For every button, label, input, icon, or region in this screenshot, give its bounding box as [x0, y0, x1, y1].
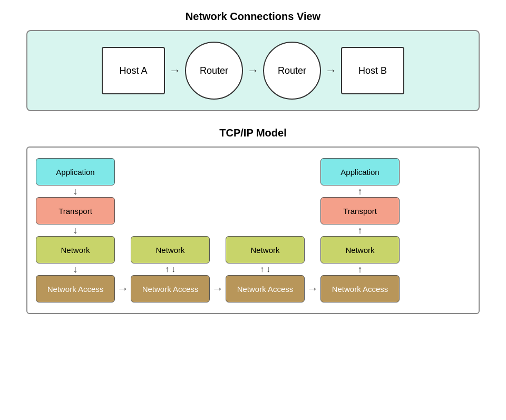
router1-bidir-arrow: ↑ ↓ [165, 263, 176, 275]
host-b-label: Host B [358, 65, 387, 76]
host-b-netaccess: Network Access [320, 275, 400, 302]
arrow-hosta-to-router1: → [115, 275, 131, 302]
host-a-label: Host A [119, 65, 147, 76]
tcpip-box: Application ↓ Transport ↓ Network ↓ Netw… [26, 146, 480, 314]
network-connections-title: Network Connections View [26, 11, 480, 23]
host-a-application: Application [36, 158, 115, 185]
host-b-transport: Transport [320, 197, 400, 224]
arrow-router2-to-host-b: → [325, 64, 337, 77]
router1-netaccess: Network Access [131, 275, 210, 302]
arrow-router1-to-router2: → [247, 64, 259, 77]
router2-bidir-arrow: ↑ ↓ [260, 263, 270, 275]
arrow-router2-to-hostb: → [305, 275, 320, 302]
router1-label: Router [200, 65, 228, 76]
host-b-column: Application ↑ Transport ↑ Network ↑ Netw… [320, 158, 400, 302]
router2-network: Network [226, 236, 305, 263]
router2-netaccess: Network Access [226, 275, 305, 302]
router2-circle: Router [263, 42, 321, 100]
arrow-host-a-to-router1: → [169, 64, 181, 77]
tcpip-inner: Application ↓ Transport ↓ Network ↓ Netw… [36, 158, 470, 302]
network-connections-diagram: Network Connections View Host A → Router… [26, 11, 480, 111]
router1-network: Network [131, 236, 210, 263]
arrow-router1-to-router2: → [210, 275, 226, 302]
arrow-network-to-transport: ↑ [358, 224, 363, 236]
host-a-netaccess: Network Access [36, 275, 115, 302]
host-b-box: Host B [341, 47, 404, 94]
host-a-transport: Transport [36, 197, 115, 224]
host-a-box: Host A [102, 47, 165, 94]
router2-label: Router [278, 65, 306, 76]
host-b-network: Network [320, 236, 400, 263]
host-a-column: Application ↓ Transport ↓ Network ↓ Netw… [36, 158, 115, 302]
tcpip-diagram: TCP/IP Model Application ↓ Transport ↓ N… [26, 127, 480, 314]
arrow-netaccess-to-network: ↑ [358, 263, 363, 275]
network-connections-box: Host A → Router → Router → Host B [26, 30, 480, 111]
arrow-transport-to-network: ↓ [73, 224, 78, 236]
router1-circle: Router [185, 42, 243, 100]
arrow-app-to-transport: ↓ [73, 185, 78, 197]
router1-column: Network ↑ ↓ Network Access [131, 236, 210, 302]
host-a-network: Network [36, 236, 115, 263]
arrow-network-to-netaccess: ↓ [73, 263, 78, 275]
host-b-application: Application [320, 158, 400, 185]
router2-column: Network ↑ ↓ Network Access [226, 236, 305, 302]
arrow-transport-to-app: ↑ [358, 185, 363, 197]
tcpip-title: TCP/IP Model [26, 127, 480, 139]
